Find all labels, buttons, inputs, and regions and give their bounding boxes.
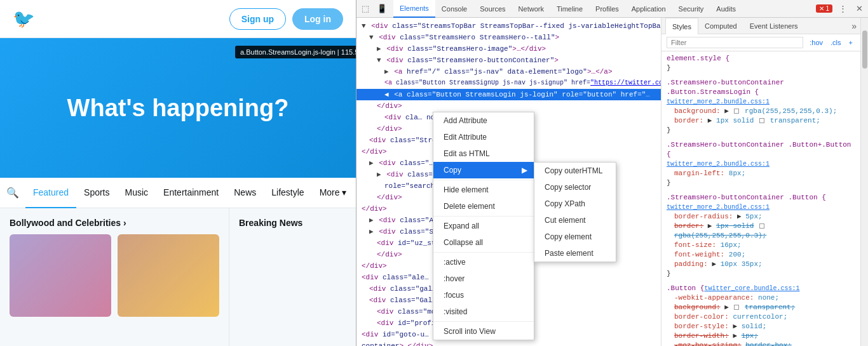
tab-security[interactable]: Security [672,0,710,18]
signup-button[interactable]: Sign up [229,8,286,30]
search-icon: 🔍 [6,187,19,199]
tab-network[interactable]: Network [512,0,550,18]
styles-scrollbar[interactable] [860,18,868,346]
context-menu-scroll-into-view[interactable]: Scroll into View [433,323,534,340]
nav-item-music[interactable]: Music [118,178,156,208]
nav-items-list: Featured Sports Music Entertainment News… [25,178,354,208]
copy-submenu: Copy outerHTML Copy selector Copy XPath … [534,162,616,262]
context-menu-hide-element[interactable]: Hide element [433,182,534,198]
tab-sources[interactable]: Sources [473,0,512,18]
style-header-streams-login: .StreamsHero-buttonContainer .Button.Str… [667,78,855,107]
more-options-icon[interactable]: ⋮ [836,3,850,15]
hint-cls-button[interactable]: .cls [828,37,844,48]
expand-triangle-icon[interactable]: ▶ [712,260,716,268]
context-menu-pseudo-hover[interactable]: :hover [433,270,534,287]
styles-tabs-bar: Styles Computed Event Listeners » [661,18,860,34]
element-tooltip: a.Button.StreamsLogin.js-login | 115.59×… [235,46,356,58]
style-block-hero-button: .StreamsHero-buttonContainer .Button { t… [667,193,855,279]
hint-hover-button[interactable]: :hov [807,37,825,48]
tab-application[interactable]: Application [625,0,672,18]
nav-item-news[interactable]: News [226,178,264,208]
context-menu-collapse-all[interactable]: Collapse all [433,234,534,251]
inspect-icon[interactable]: ⬚ [359,3,372,15]
styles-expand-icon[interactable]: » [851,21,857,31]
html-line-selected[interactable]: ◀ <a class="Button StreamsLogin js-login… [356,89,661,100]
error-count-badge: ✕ 1 [816,4,832,13]
expand-triangle-icon[interactable]: ▶ [733,323,737,330]
style-block-element: element.style { } [667,54,855,73]
submenu-copy-element[interactable]: Copy element [534,229,616,245]
context-menu-pseudo-visited[interactable]: :visited [433,303,534,320]
hero-heading: What's happening? [67,95,289,122]
twitter-logo-icon: 🐦 [13,8,35,29]
nav-item-entertainment[interactable]: Entertainment [156,178,226,208]
context-menu-delete-element[interactable]: Delete element [433,198,534,215]
color-swatch [759,118,764,123]
html-line[interactable]: container>…</div> [356,340,661,346]
color-swatch [759,223,764,229]
nav-item-more[interactable]: More ▾ [312,178,354,208]
hint-add-button[interactable]: + [846,37,855,48]
html-line[interactable]: ▼ <div class="StreamsHero-buttonContaine… [356,55,661,66]
context-menu-add-attribute[interactable]: Add Attribute [433,112,534,129]
context-menu-pseudo-focus[interactable]: :focus [433,287,534,303]
tab-styles[interactable]: Styles [665,18,698,34]
submenu-copy-xpath[interactable]: Copy XPath [534,196,616,212]
context-menu: Add Attribute Edit Attribute Edit as HTM… [433,112,534,340]
context-menu-edit-html[interactable]: Edit as HTML [433,145,534,162]
html-line[interactable]: <a class="Button StreamsSignUp js-nav js… [356,77,661,89]
nav-item-lifestyle[interactable]: Lifestyle [264,178,311,208]
submenu-arrow-icon: ▶ [522,166,527,175]
context-menu-pseudo-active[interactable]: :active [433,254,534,270]
close-devtools-icon[interactable]: ✕ [853,3,865,15]
context-menu-copy[interactable]: Copy ▶ Copy outerHTML Copy selector Copy… [433,162,534,178]
card-image-2 [118,234,219,317]
expand-triangle-icon[interactable]: ▶ [724,303,729,311]
tab-timeline[interactable]: Timeline [550,0,589,18]
html-line[interactable]: ▶ <a href="/" class="js-nav" data-elemen… [356,66,661,77]
tab-audits[interactable]: Audits [710,0,742,18]
tab-profiles[interactable]: Profiles [589,0,625,18]
style-block-button-base: .Button { twitter_core.bundle.css:1 -web… [667,284,855,346]
context-menu-edit-attribute[interactable]: Edit Attribute [433,129,534,145]
device-icon[interactable]: 📱 [374,3,390,15]
tab-event-listeners[interactable]: Event Listeners [743,18,804,34]
filter-hint-buttons: :hov .cls + [807,37,855,48]
html-line[interactable]: ▼ <div class="StreamsTopBar StreamsTopBa… [356,20,661,32]
style-block-button-plus-button: .StreamsHero-buttonContainer .Button+.Bu… [667,140,855,188]
html-panel: ▼ <div class="StreamsTopBar StreamsTopBa… [356,18,661,346]
styles-filter-input[interactable] [667,37,803,48]
login-button[interactable]: Log in [292,8,343,30]
context-menu-expand-all[interactable]: Expand all [433,218,534,234]
twitter-header: 🐦 Sign up Log in [0,0,356,38]
submenu-cut-element[interactable]: Cut element [534,212,616,229]
section-title-right: Breaking News [239,218,346,228]
submenu-paste-element: Paste element [534,245,616,262]
nav-item-sports[interactable]: Sports [76,178,117,208]
submenu-copy-outerhtml[interactable]: Copy outerHTML [534,163,616,179]
color-swatch [734,305,739,310]
html-line[interactable]: ▼ <div class="StreamsHero StreamsHero--t… [356,32,661,43]
expand-triangle-icon[interactable]: ▶ [733,332,737,340]
twitter-hero: What's happening? [0,38,356,178]
tab-console[interactable]: Console [435,0,473,18]
expand-triangle-icon[interactable]: ▶ [708,222,712,230]
twitter-nav: 🔍 Featured Sports Music Entertainment Ne… [0,178,356,208]
card-image-1 [10,234,111,317]
section-title-left[interactable]: Bollywood and Celebrities › [10,218,219,228]
devtools-right-icons: ✕ 1 ⋮ ✕ [816,3,865,15]
style-close-brace: } [667,63,855,73]
nav-item-featured[interactable]: Featured [25,178,76,208]
expand-triangle-icon[interactable]: ▶ [724,107,729,115]
expand-triangle-icon[interactable]: ▶ [737,213,742,220]
tab-computed[interactable]: Computed [698,18,743,34]
news-card-2 [118,234,219,317]
html-line[interactable]: ▶ <div class="StreamsHero-image">…</div> [356,43,661,55]
expand-triangle-icon[interactable]: ▶ [708,117,712,124]
html-line[interactable]: </div> [356,100,661,112]
style-selector-element: element.style { [667,54,855,63]
submenu-copy-selector[interactable]: Copy selector [534,179,616,196]
style-prop-background: background: ▶ rgba(255,255,255,0.3); [667,107,855,116]
tab-elements[interactable]: Elements [393,0,435,18]
scrollbar-thumb[interactable] [862,30,867,69]
